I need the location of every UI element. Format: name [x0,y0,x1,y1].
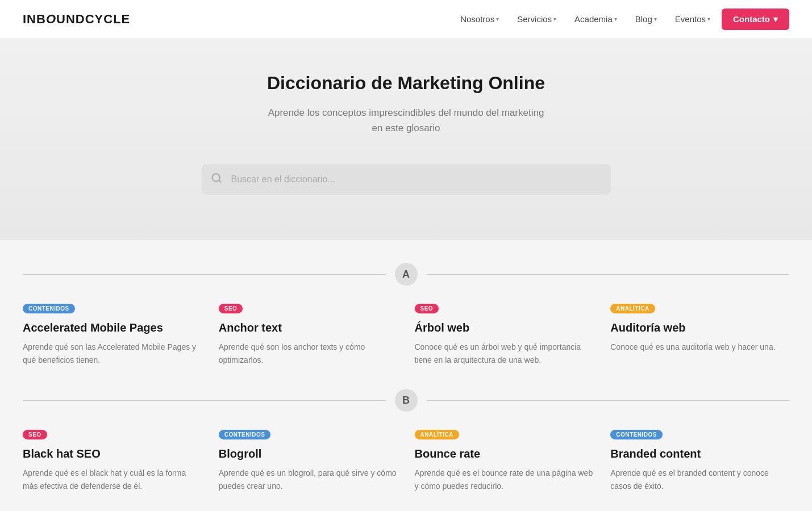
cards-grid: CONTENIDOS Accelerated Mobile Pages Apre… [23,303,789,366]
svg-line-1 [218,181,220,183]
list-item[interactable]: CONTENIDOS Blogroll Aprende qué es un bl… [219,429,398,492]
category-badge: CONTENIDOS [23,304,75,313]
card-description: Conoce qué es una auditoría web y hacer … [610,341,789,353]
nav-item-nosotros[interactable]: Nosotros ▾ [453,10,506,28]
card-title: Branded content [610,446,789,461]
letter-circle: B [395,389,418,412]
list-item[interactable]: SEO Black hat SEO Aprende qué es el blac… [23,429,202,492]
nav-item-servicios[interactable]: Servicios ▾ [510,10,563,28]
category-badge: SEO [415,304,439,313]
search-input[interactable] [202,164,611,195]
list-item[interactable]: ANALÍTICA Auditoría web Conoce qué es un… [610,303,789,366]
chevron-down-icon: ▾ [707,16,710,22]
card-description: Aprende qué son los anchor texts y cómo … [219,341,398,366]
chevron-down-icon: ▾ [496,16,499,22]
cards-grid: SEO Black hat SEO Aprende qué es el blac… [23,429,789,492]
card-description: Conoce qué es un árbol web y qué importa… [415,341,594,366]
card-title: Árbol web [415,320,594,335]
hero-subtitle: Aprende los conceptos imprescindibles de… [264,105,548,136]
category-badge: CONTENIDOS [219,430,271,439]
card-description: Aprende qué son las Accelerated Mobile P… [23,341,202,366]
card-title: Accelerated Mobile Pages [23,320,202,335]
hero-section: Diccionario de Marketing Online Aprende … [0,39,812,240]
navbar: INBOUNDCYCLE Nosotros ▾ Servicios ▾ Acad… [0,0,812,39]
list-item[interactable]: SEO Árbol web Conoce qué es un árbol web… [415,303,594,366]
contact-button[interactable]: Contacto ▾ [722,9,789,30]
nav-links: Nosotros ▾ Servicios ▾ Academia ▾ Blog ▾… [453,9,789,30]
list-item[interactable]: SEO Anchor text Aprende qué son los anch… [219,303,398,366]
chevron-down-icon: ▾ [614,16,617,22]
card-title: Black hat SEO [23,446,202,461]
card-description: Aprende qué es un blogroll, para qué sir… [219,467,398,492]
letter-divider: A [23,263,789,286]
category-badge: SEO [219,304,243,313]
list-item[interactable]: ANALÍTICA Bounce rate Aprende qué es el … [415,429,594,492]
main-content: A CONTENIDOS Accelerated Mobile Pages Ap… [0,263,812,511]
card-title: Anchor text [219,320,398,335]
card-description: Aprende qué es el branded content y cono… [610,467,789,492]
card-title: Bounce rate [415,446,594,461]
letter-circle: A [395,263,418,286]
nav-item-eventos[interactable]: Eventos ▾ [668,10,717,28]
search-container [202,164,611,195]
list-item[interactable]: CONTENIDOS Accelerated Mobile Pages Apre… [23,303,202,366]
category-badge: SEO [23,430,47,439]
letter-divider: B [23,389,789,412]
category-badge: ANALÍTICA [415,430,459,439]
list-item[interactable]: CONTENIDOS Branded content Aprende qué e… [610,429,789,492]
card-title: Auditoría web [610,320,789,335]
nav-item-blog[interactable]: Blog ▾ [628,10,664,28]
search-icon [211,173,222,187]
card-description: Aprende qué es el black hat y cuál es la… [23,467,202,492]
hero-title: Diccionario de Marketing Online [23,73,789,94]
category-badge: ANALÍTICA [610,304,655,313]
card-title: Blogroll [219,446,398,461]
chevron-down-icon: ▾ [553,16,556,22]
chevron-down-icon: ▾ [654,16,657,22]
card-description: Aprende qué es el bounce rate de una pág… [415,467,594,492]
nav-item-academia[interactable]: Academia ▾ [568,10,624,28]
site-logo[interactable]: INBOUNDCYCLE [23,12,130,27]
category-badge: CONTENIDOS [610,430,663,439]
chevron-down-icon: ▾ [773,14,778,24]
